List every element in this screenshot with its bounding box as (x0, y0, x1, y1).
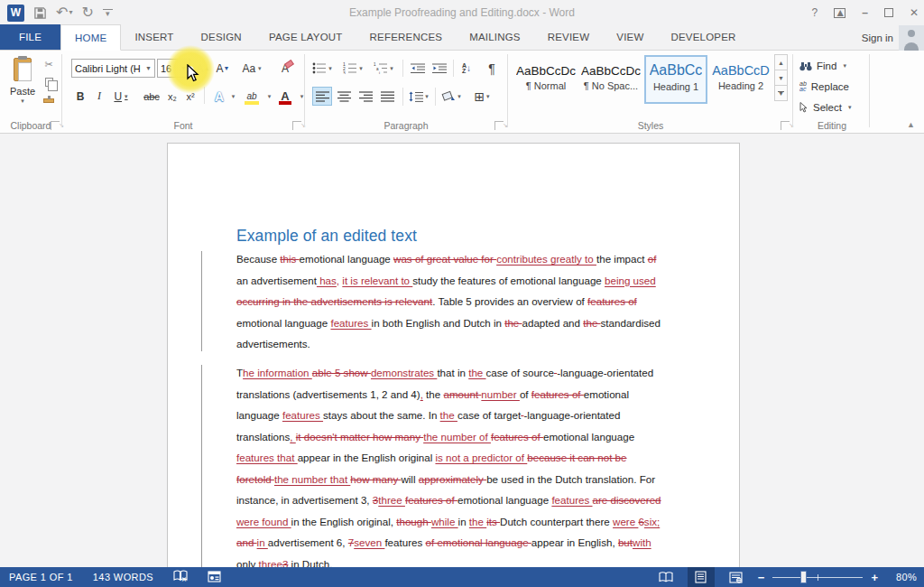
tab-page-layout[interactable]: PAGE LAYOUT (255, 24, 356, 50)
inserted-text-run: with (633, 536, 651, 548)
ribbon-tabs: FILEHOMEINSERTDESIGNPAGE LAYOUTREFERENCE… (0, 24, 750, 50)
word-logo-icon[interactable]: W (7, 5, 24, 22)
shrink-font-button[interactable]: A▼ (215, 59, 231, 78)
bullets-button[interactable]: ▾ (312, 59, 332, 78)
tab-insert[interactable]: INSERT (121, 24, 187, 50)
ribbon-display-options-icon[interactable]: ▲ (834, 8, 845, 18)
clear-formatting-button[interactable]: A (276, 59, 294, 78)
find-button[interactable]: Find▾ (799, 57, 846, 75)
text-effects-caret-icon[interactable]: ▾ (227, 87, 236, 106)
style-normal[interactable]: AaBbCcDc¶ Normal (514, 55, 578, 104)
tab-developer[interactable]: DEVELOPER (657, 24, 749, 50)
print-layout-button[interactable] (688, 567, 715, 587)
cut-button[interactable]: ✂ (42, 58, 56, 71)
tab-view[interactable]: VIEW (603, 24, 657, 50)
align-left-button[interactable] (312, 87, 332, 106)
text-line: The information able 5 show demonstrates… (236, 362, 680, 384)
paste-button[interactable]: Paste ▾ (4, 56, 42, 125)
maximize-icon[interactable] (884, 8, 893, 17)
increase-indent-button[interactable] (430, 59, 449, 78)
page-indicator[interactable]: PAGE 1 OF 1 (9, 572, 73, 582)
help-icon[interactable]: ? (812, 6, 818, 19)
font-dialog-launcher[interactable] (292, 121, 301, 130)
styles-dialog-launcher[interactable] (781, 121, 790, 130)
title-bar: W ↶▾ ↻ ▾ Example Proofreading and Editin… (0, 0, 924, 25)
tab-file[interactable]: FILE (0, 24, 60, 50)
zoom-percentage[interactable]: 80% (886, 572, 917, 582)
change-case-button[interactable]: Aa▾ (240, 59, 263, 78)
numbering-button[interactable]: 123 ▾ (343, 59, 363, 78)
clipboard-dialog-launcher[interactable] (51, 121, 60, 130)
style-heading-1[interactable]: AaBbCcHeading 1 (644, 55, 707, 104)
highlight-color-button[interactable]: ab (242, 87, 262, 106)
tab-review[interactable]: REVIEW (534, 24, 604, 50)
font-name-caret-icon: ▼ (143, 65, 152, 71)
customize-qat-icon[interactable]: ▾ (103, 9, 113, 16)
deleted-text-run: of emotional language (426, 536, 531, 548)
ribbon: Paste ▾ ✂ Clipboard Calibri Light (H▼ 16… (0, 51, 924, 134)
borders-button[interactable]: ⊞▾ (469, 87, 494, 106)
minimize-icon[interactable]: – (862, 6, 868, 19)
multilevel-caret-icon: ▾ (390, 65, 393, 72)
justify-button[interactable] (377, 87, 397, 106)
redo-button[interactable]: ↻ (81, 5, 93, 20)
macro-record-icon[interactable] (208, 571, 221, 584)
undo-caret-icon[interactable]: ▾ (69, 9, 72, 16)
copy-button[interactable] (42, 75, 56, 89)
tab-home[interactable]: HOME (60, 24, 121, 51)
status-bar: PAGE 1 OF 1 143 WORDS ✕ − (0, 567, 924, 587)
bold-button[interactable]: B (74, 87, 87, 106)
highlight-caret-icon[interactable]: ▾ (263, 87, 273, 106)
zoom-slider-thumb[interactable] (800, 571, 807, 583)
zoom-slider[interactable] (772, 567, 863, 587)
decrease-indent-button[interactable] (408, 59, 428, 78)
zoom-out-button[interactable]: − (758, 571, 765, 584)
styles-group-label: Styles (510, 120, 791, 131)
deleted-text-run: features of (587, 295, 637, 307)
text-effects-button[interactable]: A (211, 87, 227, 106)
styles-scroll-down-icon[interactable]: ▼ (774, 70, 788, 86)
sign-in-link[interactable]: Sign in (862, 25, 893, 51)
tab-mailings[interactable]: MAILINGS (456, 24, 534, 50)
font-color-button[interactable]: A (276, 87, 294, 106)
account-avatar[interactable] (899, 25, 924, 51)
close-icon[interactable]: ✕ (910, 6, 919, 19)
collapse-ribbon-icon[interactable]: ▲ (907, 120, 915, 129)
save-icon[interactable] (33, 6, 47, 20)
deleted-text-run: approximately (419, 473, 486, 485)
select-button[interactable]: Select▾ (799, 98, 851, 116)
styles-scroll-up-icon[interactable]: ▲ (774, 54, 788, 70)
read-mode-button[interactable] (652, 567, 679, 587)
text-run: the (423, 388, 444, 400)
word-count[interactable]: 143 WORDS (93, 572, 153, 582)
document-page[interactable]: Example of an edited text Because this e… (167, 143, 740, 567)
align-right-button[interactable] (356, 87, 375, 106)
inserted-text-run: three (378, 494, 405, 506)
web-layout-button[interactable] (723, 567, 750, 587)
shading-button[interactable]: ▾ (439, 87, 464, 106)
editing-group: Find▾ abac Replace Select▾ Editing (796, 51, 868, 133)
style-preview: AaBbCcD (712, 63, 770, 78)
undo-button[interactable]: ↶▾ (56, 5, 72, 20)
text-line: emotional language features in both Engl… (236, 312, 680, 334)
multilevel-list-button[interactable]: 1ai ▾ (374, 59, 393, 78)
sort-button[interactable]: AZ↓ (457, 59, 476, 78)
inserted-text-run: is not a predictor of (435, 452, 527, 463)
paragraph-dialog-launcher[interactable] (494, 121, 504, 130)
proofing-error-icon[interactable]: ✕ (173, 570, 188, 584)
tab-references[interactable]: REFERENCES (356, 24, 457, 50)
style-heading-2[interactable]: AaBbCcDHeading 2 (709, 55, 772, 104)
deleted-text-run: though (396, 516, 431, 527)
zoom-in-button[interactable]: + (871, 571, 878, 584)
italic-button[interactable]: I (94, 87, 105, 106)
font-name-combo[interactable]: Calibri Light (H▼ (71, 59, 155, 78)
replace-button[interactable]: abac Replace (799, 78, 849, 96)
align-center-button[interactable] (334, 87, 354, 106)
line-spacing-button[interactable]: ▾ (406, 87, 431, 106)
show-hide-pilcrow-button[interactable]: ¶ (482, 59, 502, 78)
style-no-spac[interactable]: AaBbCcDc¶ No Spac... (579, 55, 642, 104)
styles-more-icon[interactable]: ▼ (774, 85, 788, 101)
format-painter-button[interactable] (42, 92, 56, 106)
underline-button[interactable]: U▾ (110, 87, 132, 106)
strikethrough-button[interactable]: abc (141, 87, 162, 106)
